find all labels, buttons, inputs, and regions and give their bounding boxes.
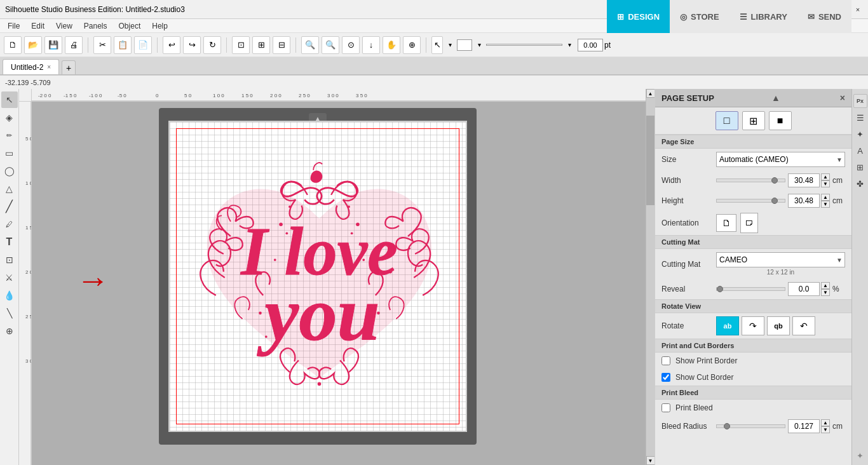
tab-untitled2[interactable]: Untitled-2 × <box>3 59 59 74</box>
menu-object[interactable]: Object <box>114 20 146 32</box>
store-nav-btn[interactable]: ◎ STORE <box>670 0 729 33</box>
text-tool-btn[interactable]: T <box>1 234 18 250</box>
bg-view-btn[interactable]: ■ <box>769 111 792 130</box>
menu-edit[interactable]: Edit <box>26 20 50 32</box>
align-tool-btn[interactable]: ✤ <box>853 177 867 191</box>
right-bottom-star-btn[interactable]: ✦ <box>853 448 867 462</box>
menu-panels[interactable]: Panels <box>79 20 112 32</box>
bleed-radius-down-btn[interactable]: ▼ <box>821 426 830 433</box>
rotate-270-btn[interactable]: ↶ <box>792 316 815 335</box>
eraser-tool-btn[interactable]: ╲ <box>1 305 18 321</box>
pan-btn[interactable]: ✋ <box>383 36 400 54</box>
edit-tool-btn[interactable]: A <box>853 144 867 158</box>
rotate-0-btn[interactable]: ab <box>716 316 739 335</box>
redo-btn[interactable]: ↪ <box>183 36 201 54</box>
zoom-tool-btn[interactable]: ⊕ <box>1 323 18 339</box>
page-view-btn[interactable]: □ <box>715 111 738 130</box>
node-tool-btn[interactable]: ◈ <box>1 109 18 126</box>
width-down-btn[interactable]: ▼ <box>821 180 830 187</box>
select-all-btn[interactable]: ⊡ <box>232 36 250 54</box>
height-up-btn[interactable]: ▲ <box>821 194 830 201</box>
ellipse-tool-btn[interactable]: ◯ <box>1 163 18 179</box>
select-dropdown[interactable]: ▾ <box>444 39 456 51</box>
portrait-btn[interactable]: 🗋 <box>716 214 736 232</box>
color-box[interactable] <box>457 39 472 51</box>
line-dropdown[interactable]: ▾ <box>564 39 575 51</box>
eyedrop-tool-btn[interactable]: 💧 <box>1 287 18 304</box>
pencil-tool-btn[interactable]: 🖊 <box>1 216 18 232</box>
move-down-btn[interactable]: ↓ <box>362 36 380 54</box>
send-nav-btn[interactable]: ✉ SEND <box>797 0 851 33</box>
undo-btn[interactable]: ↩ <box>163 36 180 54</box>
vscroll-track <box>646 98 654 456</box>
width-slider-thumb[interactable] <box>771 177 778 184</box>
width-input[interactable] <box>788 173 820 187</box>
pt-input[interactable] <box>578 39 603 51</box>
close-btn[interactable]: × <box>853 4 863 15</box>
add-page-btn[interactable]: ⊕ <box>403 36 421 54</box>
reveal-down-btn[interactable]: ▼ <box>821 289 830 296</box>
copy-btn[interactable]: 📋 <box>114 36 132 54</box>
select-tool-btn[interactable]: ↖ <box>1 91 18 108</box>
rectangle-tool-btn[interactable]: ▭ <box>1 145 18 161</box>
rotate-90-btn[interactable]: ↷ <box>742 316 764 335</box>
cut-btn[interactable]: ✂ <box>93 36 111 54</box>
show-cut-border-checkbox[interactable] <box>661 373 670 382</box>
bleed-radius-up-btn[interactable]: ▲ <box>821 419 830 426</box>
knife-tool-btn[interactable]: ⚔ <box>1 269 18 286</box>
reveal-row: Reveal ▲ ▼ % <box>655 279 851 299</box>
height-down-btn[interactable]: ▼ <box>821 201 830 208</box>
grid-view-btn[interactable]: ⊞ <box>742 111 765 130</box>
ungroup-btn[interactable]: ⊟ <box>273 36 290 54</box>
new-btn[interactable]: 🗋 <box>4 36 22 54</box>
size-dropdown[interactable]: Automatic (CAMEO) Letter A4 Custom <box>716 152 845 167</box>
rotate-180-btn[interactable]: qb <box>767 316 790 335</box>
print-btn[interactable]: 🖨 <box>65 36 83 54</box>
vscroll-up-btn[interactable]: ▲ <box>646 89 655 98</box>
panel-collapse-btn[interactable]: ▲ <box>771 93 780 103</box>
library-nav-btn[interactable]: ☰ LIBRARY <box>729 0 797 33</box>
group-btn[interactable]: ⊞ <box>252 36 270 54</box>
grid-tool-btn[interactable]: ⊞ <box>853 160 867 174</box>
tab-close-btn[interactable]: × <box>47 64 51 71</box>
repeat-btn[interactable]: ↻ <box>203 36 221 54</box>
bleed-radius-input[interactable] <box>788 419 820 433</box>
vertical-scrollbar[interactable]: ▲ ▼ <box>646 89 654 465</box>
cutting-mat-dropdown[interactable]: CAMEO CAMEO 12 x 24 in None <box>716 252 845 267</box>
select-mode-btn[interactable]: ↖ <box>431 36 443 54</box>
zoom-fit-btn[interactable]: ⊙ <box>342 36 360 54</box>
vscroll-down-btn[interactable]: ▼ <box>646 456 655 465</box>
px-tool-btn[interactable]: Px <box>853 94 867 108</box>
menu-help[interactable]: Help <box>147 20 173 32</box>
bleed-radius-slider-thumb[interactable] <box>724 423 730 429</box>
panel-close-btn[interactable]: × <box>840 93 845 103</box>
line-tool-btn[interactable]: ╱ <box>1 198 18 215</box>
reveal-input[interactable] <box>788 282 820 296</box>
transform-tool-btn[interactable]: ⊡ <box>1 252 18 268</box>
layers-btn[interactable]: ☰ <box>853 111 867 125</box>
coords-bar: -32.139 -5.709 <box>0 75 868 89</box>
landscape-btn[interactable]: 🗋 <box>740 213 758 233</box>
height-input[interactable] <box>788 194 820 208</box>
paste-btn[interactable]: 📄 <box>134 36 152 54</box>
draw-tool-btn[interactable]: ✏ <box>1 127 18 144</box>
width-up-btn[interactable]: ▲ <box>821 173 830 180</box>
zoom-in-btn[interactable]: 🔍 <box>301 36 319 54</box>
color-dropdown[interactable]: ▾ <box>473 39 485 51</box>
menu-file[interactable]: File <box>3 20 25 32</box>
reveal-slider-thumb[interactable] <box>717 286 723 292</box>
height-slider-thumb[interactable] <box>771 198 778 204</box>
design-nav-btn[interactable]: ⊞ DESIGN <box>607 0 670 33</box>
tab-add-btn[interactable]: + <box>62 60 76 74</box>
save-btn[interactable]: 💾 <box>44 36 62 54</box>
print-bleed-checkbox[interactable] <box>661 403 670 412</box>
reveal-up-btn[interactable]: ▲ <box>821 282 830 289</box>
open-btn[interactable]: 📂 <box>24 36 42 54</box>
zoom-out-btn[interactable]: 🔍 <box>322 36 339 54</box>
polygon-tool-btn[interactable]: △ <box>1 180 18 197</box>
star-filter-btn[interactable]: ✦ <box>853 127 867 141</box>
menu-view[interactable]: View <box>51 20 78 32</box>
show-print-border-checkbox[interactable] <box>661 356 670 365</box>
vscroll-thumb[interactable] <box>646 116 654 205</box>
line-style[interactable] <box>486 44 562 46</box>
